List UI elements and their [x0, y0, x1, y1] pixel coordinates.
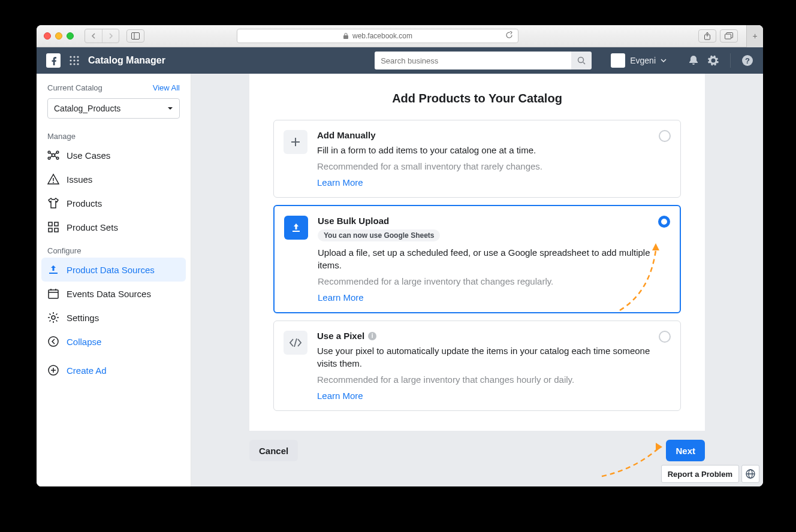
radio-selected[interactable] — [658, 216, 670, 228]
option-add-manually[interactable]: Add Manually Fill in a form to add items… — [273, 120, 681, 198]
current-catalog-label: Current Catalog — [47, 83, 102, 92]
app-title: Catalog Manager — [88, 55, 165, 66]
sidebar-item-label: Issues — [67, 174, 92, 185]
option-title: Add Manually — [317, 130, 671, 140]
option-bulk-upload[interactable]: Use Bulk Upload You can now use Google S… — [273, 205, 681, 313]
sidebar-toggle-button[interactable] — [126, 29, 144, 43]
browser-chrome: web.facebook.com + — [37, 25, 763, 47]
svg-line-15 — [583, 62, 585, 64]
radio-unselected[interactable] — [659, 331, 671, 343]
notifications-icon[interactable] — [688, 55, 699, 66]
sidebar-item-label: Product Sets — [67, 222, 118, 232]
browser-right-controls — [698, 29, 738, 43]
svg-point-7 — [77, 56, 79, 58]
next-button[interactable]: Next — [666, 440, 705, 461]
radio-unselected[interactable] — [659, 130, 671, 142]
collapse-button[interactable]: Collapse — [41, 330, 186, 353]
svg-point-9 — [73, 59, 75, 61]
sidebar-item-use-cases[interactable]: Use Cases — [41, 143, 186, 167]
sidebar-item-product-sets[interactable]: Product Sets — [41, 215, 186, 239]
configure-section-label: Configure — [41, 244, 186, 258]
learn-more-link[interactable]: Learn More — [318, 292, 364, 303]
svg-point-38 — [49, 337, 58, 346]
settings-icon[interactable] — [707, 55, 719, 66]
app-navbar: Catalog Manager Evgeni ? — [37, 47, 763, 74]
svg-point-21 — [48, 157, 50, 159]
chevron-down-icon — [167, 107, 173, 110]
plus-circle-icon — [47, 364, 59, 376]
forward-button[interactable] — [102, 29, 119, 43]
manage-section-label: Manage — [41, 129, 186, 143]
url-bar[interactable]: web.facebook.com — [237, 29, 518, 43]
svg-point-20 — [56, 151, 59, 153]
option-description: Fill in a form to add items to your cata… — [317, 144, 671, 156]
minimize-window-icon[interactable] — [55, 32, 62, 40]
sidebar-item-issues[interactable]: Issues — [41, 167, 186, 191]
search-button[interactable] — [571, 52, 592, 69]
svg-rect-33 — [49, 290, 58, 298]
svg-point-13 — [77, 63, 79, 65]
collapse-label: Collapse — [67, 337, 101, 347]
svg-line-25 — [50, 156, 53, 158]
cancel-button[interactable]: Cancel — [249, 440, 298, 461]
lock-icon — [343, 32, 349, 40]
close-window-icon[interactable] — [44, 32, 51, 40]
new-tab-button[interactable]: + — [746, 25, 763, 47]
help-icon[interactable]: ? — [741, 55, 753, 66]
view-all-link[interactable]: View All — [153, 83, 180, 92]
svg-rect-30 — [55, 222, 58, 226]
calendar-icon — [47, 288, 59, 300]
app-grid-icon[interactable] — [69, 55, 80, 66]
catalog-select[interactable]: Catalog_Products — [47, 98, 180, 119]
svg-point-8 — [70, 59, 71, 61]
sidebar-item-events-data-sources[interactable]: Events Data Sources — [41, 282, 186, 306]
create-ad-button[interactable]: Create Ad — [41, 358, 186, 382]
svg-rect-29 — [49, 222, 52, 226]
chevron-down-icon — [661, 59, 667, 62]
svg-text:?: ? — [745, 56, 750, 65]
page-title: Add Products to Your Catalog — [273, 92, 681, 105]
svg-line-26 — [55, 156, 57, 158]
grid-icon — [47, 221, 59, 233]
sidebar-item-products[interactable]: Products — [41, 191, 186, 215]
option-recommendation: Recommended for a large inventory that c… — [318, 276, 670, 286]
svg-point-22 — [56, 157, 59, 159]
sidebar: Current Catalog View All Catalog_Product… — [37, 74, 191, 486]
main-column: Add Products to Your Catalog Add Manuall… — [191, 74, 763, 486]
sidebar-item-product-data-sources[interactable]: Product Data Sources — [41, 258, 186, 282]
report-problem-button[interactable]: Report a Problem — [661, 465, 739, 483]
learn-more-link[interactable]: Learn More — [317, 391, 363, 401]
refresh-icon[interactable] — [505, 31, 513, 41]
learn-more-link[interactable]: Learn More — [317, 177, 363, 188]
upload-icon — [284, 216, 308, 240]
svg-point-14 — [578, 58, 584, 63]
svg-point-11 — [70, 63, 71, 65]
share-button[interactable] — [698, 29, 716, 43]
sidebar-item-settings[interactable]: Settings — [41, 306, 186, 330]
maximize-window-icon[interactable] — [67, 32, 74, 40]
info-icon[interactable]: i — [368, 332, 376, 340]
user-name: Evgeni — [630, 56, 656, 65]
code-icon — [284, 331, 307, 355]
option-recommendation: Recommended for a small inventory that r… — [317, 161, 671, 171]
user-avatar-icon — [611, 53, 625, 68]
browser-nav — [85, 29, 119, 43]
option-use-pixel[interactable]: Use a Pixeli Use your pixel to automatic… — [273, 321, 681, 411]
main-panel: Add Products to Your Catalog Add Manuall… — [249, 74, 705, 431]
svg-point-19 — [48, 151, 50, 153]
option-badge: You can now use Google Sheets — [318, 229, 440, 241]
option-title: Use Bulk Upload — [318, 216, 670, 226]
plus-icon — [284, 130, 307, 154]
search-input[interactable] — [375, 52, 571, 69]
globe-button[interactable] — [741, 465, 759, 483]
tabs-button[interactable] — [720, 29, 738, 43]
facebook-logo[interactable] — [46, 53, 61, 68]
svg-point-12 — [73, 63, 75, 65]
svg-rect-0 — [132, 33, 140, 40]
user-menu[interactable]: Evgeni — [611, 53, 667, 68]
back-button[interactable] — [85, 29, 102, 43]
warning-icon — [47, 173, 59, 185]
svg-rect-4 — [725, 34, 731, 39]
svg-point-37 — [52, 316, 55, 319]
sidebar-item-label: Use Cases — [67, 150, 110, 161]
